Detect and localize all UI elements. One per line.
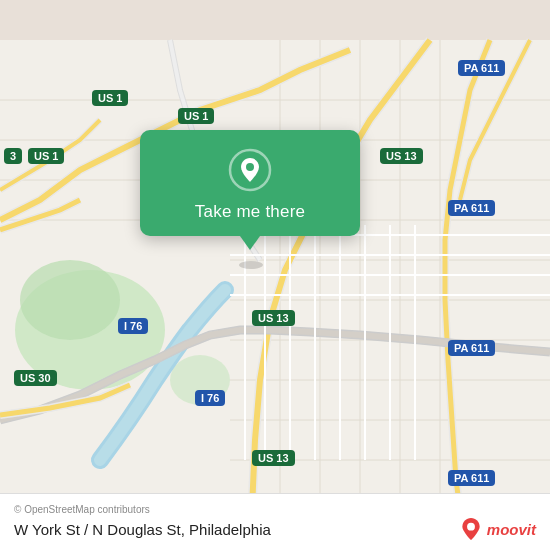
svg-point-33 — [246, 163, 254, 171]
moovit-logo: moovit — [460, 518, 536, 540]
map-attribution: © OpenStreetMap contributors — [14, 504, 536, 515]
pa611-badge-botright: PA 611 — [448, 340, 495, 356]
location-row: W York St / N Douglas St, Philadelphia m… — [14, 518, 536, 540]
i76-badge-right: I 76 — [195, 390, 225, 406]
us3-badge-topleft: 3 — [4, 148, 22, 164]
svg-point-31 — [239, 261, 263, 269]
pa611-badge-topright: PA 611 — [458, 60, 505, 76]
moovit-pin-icon — [460, 518, 482, 540]
svg-point-34 — [467, 523, 475, 531]
moovit-brand-text: moovit — [487, 521, 536, 538]
bottom-bar: © OpenStreetMap contributors W York St /… — [0, 493, 550, 550]
svg-point-2 — [20, 260, 120, 340]
us13-badge-mid: US 13 — [380, 148, 423, 164]
pa611-badge-bot2: PA 611 — [448, 470, 495, 486]
us1-badge-mid: US 1 — [178, 108, 214, 124]
i76-badge-left: I 76 — [118, 318, 148, 334]
location-pin-icon — [228, 148, 272, 192]
map-background — [0, 0, 550, 550]
us1-badge-left: US 1 — [28, 148, 64, 164]
take-me-there-button[interactable]: Take me there — [195, 202, 305, 222]
pa611-badge-midright: PA 611 — [448, 200, 495, 216]
us13-badge-bot2: US 13 — [252, 450, 295, 466]
popup-card: Take me there — [140, 130, 360, 236]
us13-badge-bot: US 13 — [252, 310, 295, 326]
location-name: W York St / N Douglas St, Philadelphia — [14, 521, 271, 538]
us1-badge-topleft: US 1 — [92, 90, 128, 106]
map-container: US 1 US 1 US 1 US 13 US 13 US 13 PA 611 … — [0, 0, 550, 550]
us30-badge: US 30 — [14, 370, 57, 386]
